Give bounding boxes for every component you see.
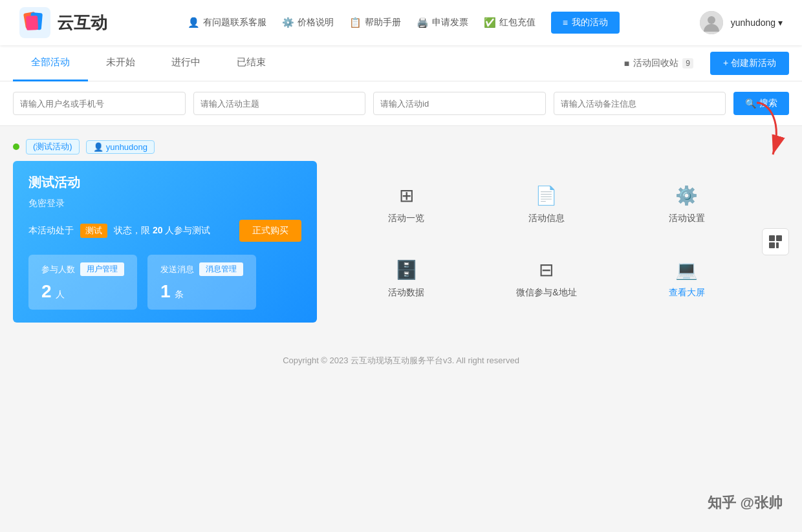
messages-unit: 条 [175, 289, 184, 299]
header: 云互动 👤 有问题联系客服 ⚙️ 价格说明 📋 帮助手册 🖨️ 申请发票 ✅ 红… [0, 0, 802, 45]
search-button[interactable]: 🔍 搜索 [733, 92, 789, 115]
avatar [700, 11, 723, 34]
search-activityid-input[interactable] [373, 92, 546, 115]
action-activity-data-label: 活动数据 [388, 287, 424, 299]
activity-left-panel: 测试活动 免密登录 本活动处于 测试 状态，限 20 人参与测试 正式购买 参与… [13, 161, 317, 323]
footer-text: Copyright © 2023 云互动现场互动服务平台v3. All righ… [283, 356, 519, 365]
svg-rect-7 [769, 235, 775, 241]
invoice-icon: 🖨️ [417, 17, 429, 28]
create-activity-button[interactable]: + 创建新活动 [710, 52, 789, 75]
search-btn-label: 搜索 [759, 98, 777, 109]
nav-help-label: 帮助手册 [365, 17, 401, 28]
svg-rect-9 [769, 242, 775, 248]
activity-list-icon: ⊞ [399, 185, 414, 206]
nav-pricing-label: 价格说明 [298, 17, 334, 28]
participants-header: 参与人数 用户管理 [41, 262, 124, 276]
message-management-button[interactable]: 消息管理 [199, 262, 243, 276]
action-activity-data[interactable]: 🗄️ 活动数据 [336, 246, 477, 312]
nav-invoice-label: 申请发票 [432, 17, 468, 28]
my-activities-icon: ≡ [563, 17, 568, 28]
logo: 云互动 [19, 7, 107, 38]
activity-data-icon: 🗄️ [395, 259, 418, 281]
redpack-icon: ✅ [484, 17, 496, 28]
main-content: (测试活动) 👤 yunhudong 测试活动 免密登录 本活动处于 [0, 126, 802, 335]
user-icon: 👤 [93, 142, 103, 152]
activity-tag[interactable]: (测试活动) [26, 139, 80, 154]
recycle-icon: ■ [624, 58, 629, 69]
participants-count: 2 [41, 281, 52, 301]
activity-info-icon: 📄 [535, 185, 558, 206]
side-panel-icon-svg [768, 234, 783, 250]
tab-not-started[interactable]: 未开始 [88, 45, 153, 81]
action-activity-list-label: 活动一览 [388, 213, 424, 224]
participants-label: 参与人数 [41, 264, 75, 275]
status-suffix: 状态，限 20 人参与测试 [114, 225, 210, 237]
header-right: yunhudong ▾ [700, 11, 783, 34]
messages-stat-box: 发送消息 消息管理 1 条 [147, 255, 256, 310]
messages-header: 发送消息 消息管理 [160, 262, 243, 276]
tabs-bar: 全部活动 未开始 进行中 已结束 ■ 活动回收站 9 + 创建新活动 [0, 45, 802, 81]
recycle-bin-tab[interactable]: ■ 活动回收站 9 [618, 45, 700, 81]
buy-button[interactable]: 正式购买 [239, 220, 301, 242]
action-view-screen-label: 查看大屏 [669, 287, 705, 299]
activity-right-panel: ⊞ 活动一览 📄 活动信息 ⚙️ 活动设置 🗄️ 活动数据 ⊟ 微信参与 [317, 161, 757, 323]
search-username-input[interactable] [13, 92, 186, 115]
help-icon: 📋 [349, 17, 362, 28]
user-name: yunhudong [106, 142, 147, 152]
svg-point-5 [708, 16, 715, 24]
activity-status-row: 本活动处于 测试 状态，限 20 人参与测试 正式购买 [28, 220, 301, 242]
action-activity-info[interactable]: 📄 活动信息 [477, 172, 617, 237]
messages-count-row: 1 条 [160, 281, 243, 302]
action-activity-list[interactable]: ⊞ 活动一览 [336, 172, 477, 237]
nav-help[interactable]: 📋 帮助手册 [349, 17, 401, 28]
activity-stats: 参与人数 用户管理 2 人 发送消息 消息管理 [28, 255, 301, 310]
username-dropdown-arrow: ▾ [778, 17, 783, 28]
my-activities-label: 我的活动 [572, 17, 608, 28]
participants-stat-box: 参与人数 用户管理 2 人 [28, 255, 137, 310]
action-wechat-addr[interactable]: ⊟ 微信参与&地址 [477, 246, 617, 312]
action-activity-settings-label: 活动设置 [669, 213, 705, 224]
contact-icon: 👤 [188, 17, 200, 28]
nav-invoice[interactable]: 🖨️ 申请发票 [417, 17, 468, 28]
activity-settings-icon: ⚙️ [675, 185, 698, 206]
pricing-icon: ⚙️ [282, 17, 294, 28]
activity-meta: (测试活动) 👤 yunhudong [13, 139, 789, 154]
activity-card: 测试活动 免密登录 本活动处于 测试 状态，限 20 人参与测试 正式购买 参与… [13, 161, 789, 323]
nav-contact-label: 有问题联系客服 [203, 17, 266, 28]
action-view-screen[interactable]: 💻 查看大屏 [616, 246, 757, 312]
search-remark-input[interactable] [554, 92, 726, 115]
svg-rect-10 [776, 242, 779, 248]
tab-in-progress[interactable]: 进行中 [153, 45, 219, 81]
tab-all[interactable]: 全部活动 [13, 45, 88, 81]
watermark: 知乎 @张帅 [708, 493, 783, 513]
action-activity-info-label: 活动信息 [528, 213, 565, 224]
nav-redpack[interactable]: ✅ 红包充值 [484, 17, 536, 28]
tab-ended[interactable]: 已结束 [219, 45, 284, 81]
nav-contact[interactable]: 👤 有问题联系客服 [188, 17, 266, 28]
user-badge: 👤 yunhudong [86, 140, 155, 154]
logo-icon [19, 7, 50, 38]
activity-title: 测试活动 [28, 174, 301, 191]
messages-count: 1 [160, 281, 171, 301]
svg-rect-3 [26, 16, 38, 30]
user-management-button[interactable]: 用户管理 [80, 262, 124, 276]
footer: Copyright © 2023 云互动现场互动服务平台v3. All righ… [0, 335, 802, 386]
search-bar: 🔍 搜索 [0, 81, 802, 126]
status-dot [13, 144, 19, 150]
nav-redpack-label: 红包充值 [499, 17, 536, 28]
my-activities-button[interactable]: ≡ 我的活动 [551, 12, 620, 34]
recycle-label: 活动回收站 [633, 58, 678, 69]
action-wechat-addr-label: 微信参与&地址 [516, 287, 576, 299]
status-badge: 测试 [80, 224, 107, 238]
username[interactable]: yunhudong ▾ [731, 17, 783, 28]
activity-card-wrapper: 测试活动 免密登录 本活动处于 测试 状态，限 20 人参与测试 正式购买 参与… [13, 161, 789, 323]
action-activity-settings[interactable]: ⚙️ 活动设置 [616, 172, 757, 237]
search-theme-input[interactable] [193, 92, 366, 115]
nav-pricing[interactable]: ⚙️ 价格说明 [282, 17, 334, 28]
create-activity-label: + 创建新活动 [723, 58, 776, 69]
svg-rect-8 [776, 235, 782, 241]
status-prefix: 本活动处于 [28, 225, 74, 237]
side-panel-toggle[interactable] [762, 228, 789, 255]
header-nav: 👤 有问题联系客服 ⚙️ 价格说明 📋 帮助手册 🖨️ 申请发票 ✅ 红包充值 … [188, 12, 620, 34]
logo-text: 云互动 [57, 12, 107, 34]
